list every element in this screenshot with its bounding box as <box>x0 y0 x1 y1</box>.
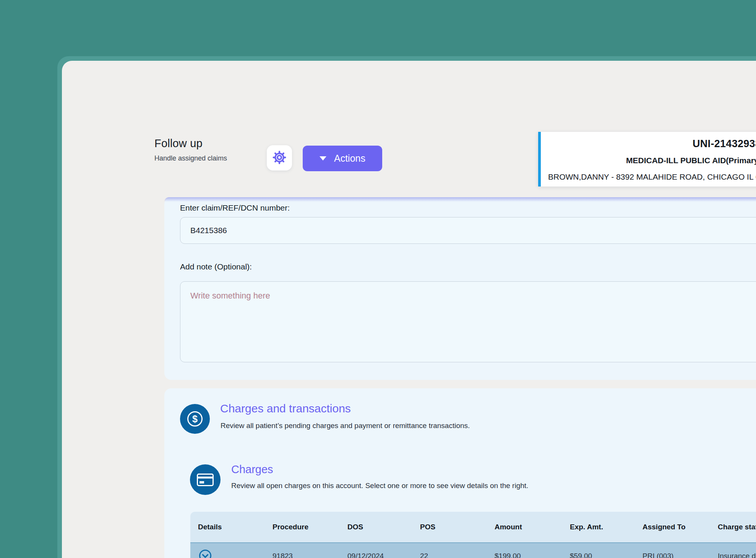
gear-icon <box>272 150 287 166</box>
cell-charge-status: Insurance denied <box>718 552 756 558</box>
charges-transactions-subtitle: Review all patient’s pending charges and… <box>221 422 470 430</box>
actions-dropdown-button[interactable]: Actions <box>303 146 382 171</box>
claim-payer: MEDICAD-ILL PUBLIC AID(Primary) - INS <box>626 156 756 165</box>
cell-exp-amt: $59.00 <box>570 552 642 558</box>
caret-down-icon <box>320 156 326 161</box>
charges-section-panel: $ Charges and transactions Review all pa… <box>164 388 756 558</box>
page-title: Follow up <box>154 137 227 150</box>
col-details: Details <box>198 523 273 531</box>
col-charge-status: Charge status <box>718 523 756 531</box>
claim-info-banner: UNI-214329385-013 MEDICAD-ILL PUBLIC AID… <box>538 132 756 187</box>
note-textarea[interactable] <box>180 281 756 362</box>
col-assigned-to: Assigned To <box>642 523 718 531</box>
charges-transactions-title: Charges and transactions <box>220 402 351 415</box>
charges-subtitle: Review all open charges on this account.… <box>231 482 528 490</box>
dollar-circle-icon: $ <box>180 404 210 434</box>
expand-row-button[interactable] <box>198 549 213 558</box>
table-row[interactable]: 91823 09/12/2024 22 $199.00 $59.00 PRI (… <box>190 543 756 558</box>
cell-pos: 22 <box>420 552 495 558</box>
credit-card-icon <box>190 464 221 495</box>
col-pos: POS <box>420 523 495 531</box>
col-exp-amt: Exp. Amt. <box>570 523 642 531</box>
cell-dos: 09/12/2024 <box>347 552 420 558</box>
page-background: { "header": { "title": "Follow up", "sub… <box>0 0 756 558</box>
claim-id: UNI-214329385-013 <box>693 138 756 150</box>
claim-form-panel: Enter claim/REF/DCN number: Add note (Op… <box>164 197 756 380</box>
charges-table-header: Details Procedure DOS POS Amount Exp. Am… <box>190 512 756 543</box>
cell-assigned-to: PRI (003) <box>642 552 718 558</box>
main-card: Follow up Handle assigned claims Actions… <box>62 61 756 558</box>
claim-number-label: Enter claim/REF/DCN number: <box>180 203 290 212</box>
cell-procedure: 91823 <box>273 552 347 558</box>
cell-amount: $199.00 <box>495 552 570 558</box>
charges-table: Details Procedure DOS POS Amount Exp. Am… <box>190 512 756 558</box>
settings-button[interactable] <box>267 145 292 170</box>
claim-patient: BROWN,DANNY - 8392 MALAHIDE ROAD, CHICAG… <box>548 172 756 182</box>
header-title-block: Follow up Handle assigned claims <box>154 137 227 162</box>
charges-title: Charges <box>231 463 273 476</box>
page-subtitle: Handle assigned claims <box>154 154 227 162</box>
chevron-down-circle-icon <box>198 549 212 558</box>
claim-number-input[interactable] <box>180 217 756 244</box>
actions-button-label: Actions <box>334 153 365 164</box>
col-amount: Amount <box>495 523 570 531</box>
col-dos: DOS <box>347 523 420 531</box>
col-procedure: Procedure <box>273 523 347 531</box>
note-label: Add note (Optional): <box>180 262 252 271</box>
